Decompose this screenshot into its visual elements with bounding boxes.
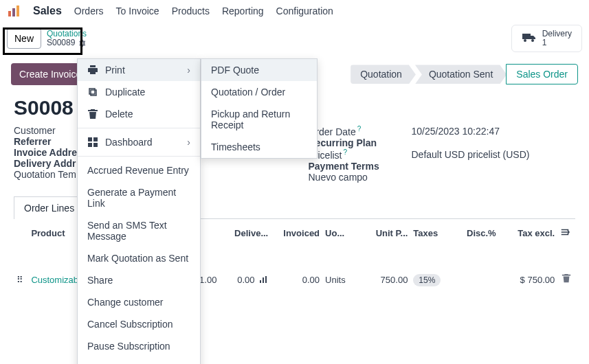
col-invoiced[interactable]: Invoiced — [271, 223, 322, 243]
menu-quotation-order[interactable]: Quotation / Order — [201, 81, 317, 103]
col-disc[interactable]: Disc.% — [455, 223, 499, 243]
cell-unit-price[interactable]: 750.00 — [359, 243, 411, 288]
col-unit-price[interactable]: Unit P... — [359, 223, 411, 243]
nav-reporting[interactable]: Reporting — [222, 5, 264, 16]
value-pricelist[interactable]: Default USD pricelist (USD) — [412, 149, 530, 160]
breadcrumb-row: New Quotations S00089 Delivery 1 — [0, 22, 589, 59]
menu-send-sms[interactable]: Send an SMS Text Message — [78, 214, 200, 247]
menu-generate-payment-link[interactable]: Generate a Payment Link — [78, 181, 200, 214]
menu-mark-quotation-sent[interactable]: Mark Quotation as Sent — [78, 247, 200, 269]
cell-uom[interactable]: Units — [322, 243, 359, 288]
truck-icon — [522, 32, 537, 45]
nav-configuration[interactable]: Configuration — [276, 5, 333, 16]
menu-duplicate[interactable]: Duplicate — [78, 81, 200, 103]
nav-to-invoice[interactable]: To Invoice — [116, 5, 159, 16]
app-logo-icon — [7, 4, 21, 18]
value-order-date[interactable]: 10/25/2023 10:22:47 — [412, 126, 500, 137]
nav-products[interactable]: Products — [172, 5, 210, 16]
tab-order-lines[interactable]: Order Lines — [14, 196, 85, 219]
col-taxes[interactable]: Taxes — [410, 223, 454, 243]
label-pricelist: Pricelist? — [309, 148, 412, 161]
dashboard-icon — [87, 137, 98, 148]
menu-cancel-subscription[interactable]: Cancel Subscription — [78, 313, 200, 335]
svg-rect-3 — [88, 137, 92, 141]
delivery-count: 1 — [542, 38, 572, 47]
nav-orders[interactable]: Orders — [74, 5, 104, 16]
top-nav: Sales Orders To Invoice Products Reporti… — [0, 0, 589, 22]
delivery-label: Delivery — [542, 30, 572, 38]
new-button[interactable]: New — [7, 28, 41, 49]
help-icon[interactable]: ? — [357, 125, 362, 133]
menu-share[interactable]: Share — [78, 269, 200, 291]
menu-pickup-return-receipt[interactable]: Pickup and Return Receipt — [201, 103, 317, 136]
col-tax-excl[interactable]: Tax excl. — [499, 223, 558, 243]
help-icon[interactable]: ? — [344, 148, 348, 156]
svg-rect-5 — [88, 143, 92, 147]
menu-delete[interactable]: Delete — [78, 103, 200, 125]
menu-print[interactable]: Print › — [78, 59, 200, 81]
col-settings-icon[interactable] — [557, 223, 575, 243]
svg-rect-0 — [8, 11, 11, 16]
stage-quotation[interactable]: Quotation — [351, 65, 416, 84]
trash-icon[interactable] — [562, 275, 571, 285]
chart-icon[interactable] — [260, 275, 268, 285]
col-uom[interactable]: Uo... — [322, 223, 359, 243]
svg-rect-6 — [93, 143, 98, 147]
label-order-date: Order Date? — [309, 125, 412, 137]
duplicate-icon — [87, 87, 98, 98]
menu-change-customer[interactable]: Change customer — [78, 291, 200, 313]
menu-cart-recovery-email[interactable]: Send a Cart Recovery Email — [78, 357, 200, 364]
app-brand[interactable]: Sales — [33, 5, 62, 17]
stage-quotation-sent[interactable]: Quotation Sent — [415, 65, 507, 84]
delivery-smart-button[interactable]: Delivery 1 — [511, 25, 582, 52]
print-submenu: PDF Quote Quotation / Order Pickup and R… — [201, 58, 318, 159]
label-payment-terms: Payment Terms — [309, 161, 412, 172]
label-recurring-plan: Recurring Plan — [309, 137, 412, 148]
tax-chip[interactable]: 15% — [413, 274, 441, 286]
svg-rect-4 — [93, 137, 98, 141]
col-handle — [14, 223, 28, 243]
col-delivered[interactable]: Delive... — [219, 223, 271, 243]
cell-invoiced[interactable]: 0.00 — [271, 243, 322, 288]
svg-rect-1 — [12, 8, 15, 16]
stage-sales-order[interactable]: Sales Order — [506, 64, 578, 84]
actions-dropdown: Print › Duplicate Delete Dashboard › Acc… — [77, 58, 201, 364]
menu-pause-subscription[interactable]: Pause Subscription — [78, 335, 200, 357]
trash-icon — [87, 109, 98, 120]
label-nuevo-campo: Nuevo campo — [309, 172, 412, 183]
gear-icon[interactable] — [78, 39, 86, 47]
menu-dashboard[interactable]: Dashboard › — [78, 131, 200, 153]
stage-bar: Quotation Quotation Sent Sales Order — [351, 64, 578, 84]
svg-rect-2 — [16, 5, 19, 16]
cell-taxes[interactable]: 15% — [410, 243, 454, 288]
cell-delivered[interactable]: 0.00 — [219, 243, 271, 288]
menu-timesheets[interactable]: Timesheets — [201, 136, 317, 158]
breadcrumb-current: S00089 — [47, 38, 75, 47]
drag-handle-icon[interactable]: ⠿ — [14, 243, 28, 288]
cell-tax-excl: $ 750.00 — [499, 243, 558, 288]
menu-pdf-quote[interactable]: PDF Quote — [201, 59, 317, 81]
menu-accrued-revenue[interactable]: Accrued Revenue Entry — [78, 159, 200, 181]
printer-icon — [87, 65, 98, 76]
cell-disc[interactable] — [455, 243, 499, 288]
chevron-right-icon: › — [187, 65, 190, 76]
chevron-right-icon: › — [187, 137, 190, 148]
